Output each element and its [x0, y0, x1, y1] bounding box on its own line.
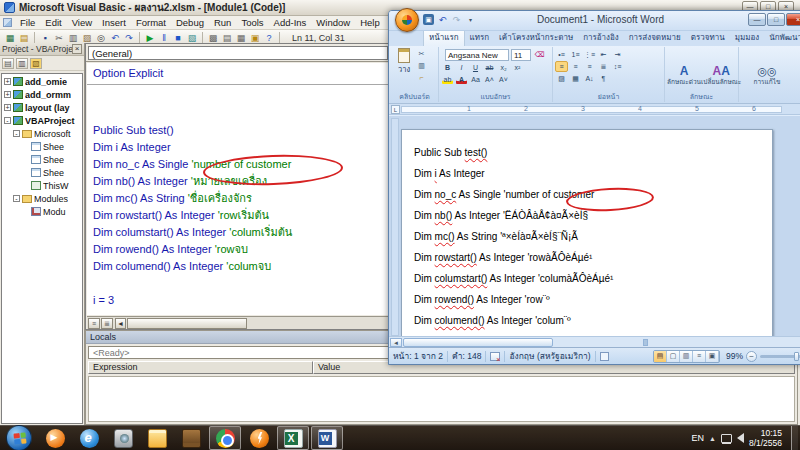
change-styles-button[interactable]: AA เปลี่ยนลักษณะ [701, 64, 741, 85]
clear-formatting-icon[interactable]: ⌫ [533, 49, 546, 60]
expand-icon[interactable]: + [4, 91, 11, 98]
taskbar-item-word[interactable] [311, 426, 343, 450]
view-code-icon[interactable]: ▤ [2, 58, 14, 69]
ribbon-tab-thai[interactable]: นักพัฒนา [764, 31, 800, 46]
tab-selector[interactable]: L [391, 105, 400, 114]
underline-icon[interactable]: U [469, 62, 482, 73]
insert-userform-icon[interactable]: ▤ [18, 32, 30, 44]
taskbar-item-snipping-tool[interactable] [107, 426, 139, 450]
subscript-icon[interactable]: x₂ [497, 62, 510, 73]
shading-icon[interactable]: ▨ [555, 73, 568, 84]
tree-item-shee[interactable]: Shee [2, 140, 82, 153]
word-titlebar[interactable]: ▣ ↶ ↷ ▾ Document1 - Microsoft Word — □ × [389, 11, 800, 31]
word-close-button[interactable]: × [786, 13, 800, 26]
vba-menu-format[interactable]: Format [131, 16, 171, 29]
collapse-icon[interactable]: - [4, 117, 11, 124]
format-painter-icon[interactable]: ⌐ [415, 72, 428, 83]
highlight-color-icon[interactable]: ab [441, 74, 454, 85]
decrease-indent-icon[interactable]: ⇤ [597, 49, 610, 60]
project-explorer-icon[interactable]: ▩ [207, 32, 219, 44]
toggle-folders-icon[interactable]: ▧ [30, 58, 42, 69]
run-icon[interactable]: ▶ [144, 32, 156, 44]
show-desktop-button[interactable] [791, 426, 798, 450]
tree-item-vbaproject[interactable]: -VBAProject [2, 114, 82, 127]
taskbar-item-flash-app[interactable] [243, 426, 275, 450]
vba-menu-view[interactable]: View [67, 16, 97, 29]
language-bar[interactable]: EN [691, 433, 704, 443]
paste-icon[interactable]: ▨ [81, 32, 93, 44]
horizontal-ruler[interactable]: L 123456 [389, 104, 800, 115]
cut-icon[interactable]: ✂ [53, 32, 65, 44]
editing-button[interactable]: ◎◎ การแก้ไข [754, 65, 781, 85]
document-page[interactable]: Public Sub test()Dim i As IntegerDim no_… [401, 129, 773, 336]
find-icon[interactable]: ◎ [95, 32, 107, 44]
web-layout-view-button[interactable]: ▥ [680, 351, 693, 362]
vertical-ruler[interactable] [391, 118, 399, 336]
align-left-icon[interactable]: ≡ [555, 61, 568, 72]
align-center-icon[interactable]: ≡ [569, 61, 582, 72]
shrink-font-icon[interactable]: A˅ [497, 74, 510, 85]
save-icon[interactable]: ▪ [39, 32, 51, 44]
view-excel-icon[interactable]: ▦ [4, 32, 16, 44]
tree-item-shee[interactable]: Shee [2, 166, 82, 179]
hscroll-left-arrow[interactable]: ◄ [390, 338, 402, 347]
volume-icon[interactable] [737, 433, 744, 443]
cut-icon[interactable]: ✂ [415, 48, 428, 59]
print-layout-view-button[interactable]: ▤ [654, 351, 667, 362]
vba-menu-help[interactable]: Help [355, 16, 385, 29]
procedure-view-button[interactable]: ≡ [88, 318, 100, 329]
numbering-icon[interactable]: 1≡ [569, 49, 582, 60]
vba-menu-addins[interactable]: Add-Ins [269, 16, 312, 29]
ribbon-tab-thai[interactable]: หน้าแรก [423, 31, 465, 46]
undo-icon[interactable]: ↶ [109, 32, 121, 44]
vba-menu-edit[interactable]: Edit [40, 16, 66, 29]
taskbar-item-chrome[interactable] [209, 426, 241, 450]
tree-item-modu[interactable]: Modu [2, 205, 82, 218]
change-case-icon[interactable]: Aa [469, 74, 482, 85]
clock[interactable]: 10:15 8/1/2556 [749, 428, 782, 448]
project-panel-close-icon[interactable]: × [72, 44, 82, 54]
grow-font-icon[interactable]: A˄ [483, 74, 496, 85]
network-icon[interactable] [721, 434, 732, 443]
zoom-slider[interactable] [760, 355, 800, 358]
collapse-icon[interactable]: - [13, 195, 20, 202]
font-name-combo[interactable]: Angsana New [445, 49, 509, 61]
ribbon-tab-thai[interactable]: การอ้างอิง [578, 31, 624, 46]
justify-icon[interactable]: ≣ [597, 61, 610, 72]
vba-menu-window[interactable]: Window [311, 16, 355, 29]
reset-icon[interactable]: ■ [172, 32, 184, 44]
vba-menu-debug[interactable]: Debug [171, 16, 209, 29]
macro-record-icon[interactable] [600, 352, 609, 361]
increase-indent-icon[interactable]: ⇥ [611, 49, 624, 60]
italic-icon[interactable]: I [455, 62, 468, 73]
scroll-left-arrow[interactable]: ◄ [115, 318, 126, 329]
ribbon-tab-thai[interactable]: เค้าโครงหน้ากระดาษ [494, 31, 578, 46]
borders-icon[interactable]: ▦ [569, 73, 582, 84]
ribbon-tab-thai[interactable]: การส่งจดหมาย [624, 31, 686, 46]
word-restore-button[interactable]: □ [767, 13, 785, 26]
vba-menu-insert[interactable]: Insert [97, 16, 131, 29]
sort-icon[interactable]: A↓ [583, 73, 596, 84]
tree-item-addomie[interactable]: +add_omie [2, 75, 82, 88]
bold-icon[interactable]: B [441, 62, 454, 73]
collapse-icon[interactable]: - [13, 130, 20, 137]
align-right-icon[interactable]: ≡ [583, 61, 596, 72]
taskbar-item-file-explorer[interactable] [141, 426, 173, 450]
start-button[interactable] [6, 425, 32, 450]
tree-item-thisw[interactable]: ThisW [2, 179, 82, 192]
page-indicator[interactable]: หน้า: 1 จาก 2 [393, 349, 443, 363]
copy-icon[interactable]: ▥ [67, 32, 79, 44]
word-count[interactable]: คำ: 148 [452, 349, 481, 363]
tree-item-addormm[interactable]: +add_ormm [2, 88, 82, 101]
fullscreen-view-button[interactable]: ▢ [667, 351, 680, 362]
word-horizontal-scrollbar[interactable]: ◄ [389, 336, 800, 347]
ribbon-tab-thai[interactable]: แทรก [465, 31, 495, 46]
design-mode-icon[interactable]: ▧ [186, 32, 198, 44]
line-spacing-icon[interactable]: ↕≡ [611, 61, 624, 72]
tree-item-shee[interactable]: Shee [2, 153, 82, 166]
zoom-out-icon[interactable]: − [746, 351, 757, 362]
taskbar-item-internet-explorer[interactable] [73, 426, 105, 450]
copy-icon[interactable]: ▥ [415, 60, 428, 71]
break-icon[interactable]: ‖ [158, 32, 170, 44]
bullets-icon[interactable]: •≡ [555, 49, 568, 60]
